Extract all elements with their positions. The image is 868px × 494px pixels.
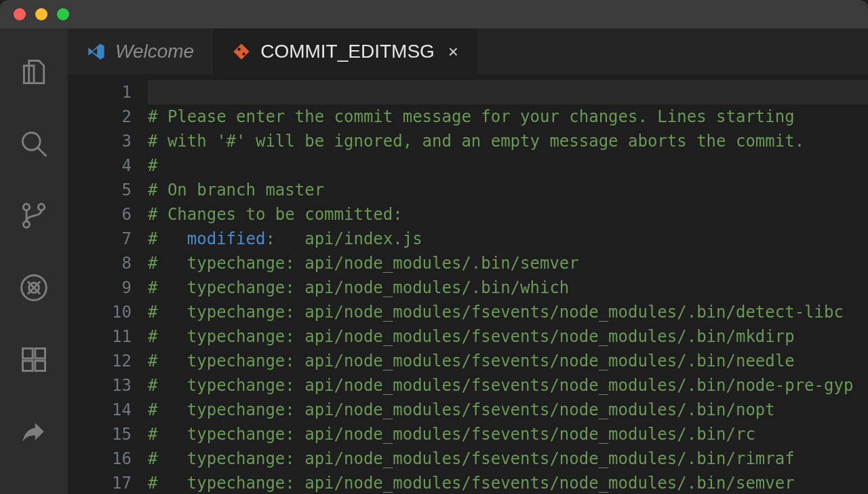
- close-tab-button[interactable]: ×: [448, 41, 458, 62]
- svg-point-3: [23, 221, 29, 227]
- line-number: 2: [68, 104, 148, 129]
- main-area: Welcome COMMIT_EDITMSG × 123456789101112…: [0, 28, 868, 494]
- line-number: 15: [68, 422, 148, 446]
- line-number: 14: [68, 398, 148, 422]
- code-line[interactable]: # typechange: api/node_modules/fsevents/…: [148, 398, 868, 422]
- line-number: 1: [68, 80, 148, 104]
- code-line[interactable]: # typechange: api/node_modules/fsevents/…: [148, 373, 868, 398]
- code-line[interactable]: # typechange: api/node_modules/fsevents/…: [148, 446, 868, 471]
- code-line[interactable]: # typechange: api/node_modules/fsevents/…: [148, 324, 868, 349]
- vscode-icon: [87, 42, 106, 61]
- code-content[interactable]: # Please enter the commit message for yo…: [148, 75, 868, 494]
- tab-label: Welcome: [115, 41, 194, 62]
- search-icon[interactable]: [19, 129, 49, 162]
- window-titlebar: [0, 0, 868, 28]
- explorer-icon[interactable]: [19, 57, 49, 90]
- line-number: 9: [68, 276, 148, 300]
- code-line[interactable]: # modified: api/index.js: [148, 227, 868, 251]
- code-line[interactable]: # typechange: api/node_modules/fsevents/…: [148, 300, 868, 324]
- activity-bar: [0, 28, 68, 494]
- code-line[interactable]: # typechange: api/node_modules/fsevents/…: [148, 422, 868, 446]
- line-number: 5: [68, 178, 148, 202]
- code-line[interactable]: [148, 80, 868, 104]
- code-line[interactable]: # typechange: api/node_modules/.bin/semv…: [148, 251, 868, 276]
- code-line[interactable]: #: [148, 153, 868, 178]
- line-number: 8: [68, 251, 148, 276]
- line-number: 17: [68, 471, 148, 494]
- traffic-lights: [0, 8, 69, 20]
- line-number: 16: [68, 446, 148, 471]
- share-icon[interactable]: [19, 417, 49, 449]
- source-control-icon[interactable]: [19, 201, 49, 233]
- editor-zone: Welcome COMMIT_EDITMSG × 123456789101112…: [68, 28, 868, 494]
- tab-label: COMMIT_EDITMSG: [260, 41, 435, 62]
- window-close-button[interactable]: [14, 8, 26, 20]
- window-minimize-button[interactable]: [35, 8, 47, 20]
- debug-icon[interactable]: [19, 273, 49, 305]
- line-number: 6: [68, 202, 148, 227]
- extensions-icon[interactable]: [19, 345, 49, 377]
- line-number: 4: [68, 153, 148, 178]
- line-number: 7: [68, 227, 148, 251]
- line-number: 13: [68, 373, 148, 398]
- line-number: 11: [68, 324, 148, 349]
- svg-line-1: [38, 148, 47, 157]
- svg-rect-7: [23, 349, 33, 359]
- window-zoom-button[interactable]: [57, 8, 69, 20]
- svg-point-4: [38, 204, 44, 210]
- code-line[interactable]: # typechange: api/node_modules/.bin/whic…: [148, 276, 868, 300]
- code-line[interactable]: # Changes to be committed:: [148, 202, 868, 227]
- code-line[interactable]: # typechange: api/node_modules/fsevents/…: [148, 471, 868, 494]
- code-line[interactable]: # Please enter the commit message for yo…: [148, 104, 868, 129]
- svg-point-2: [23, 204, 29, 210]
- svg-rect-9: [23, 361, 33, 371]
- svg-rect-8: [35, 349, 45, 359]
- code-line[interactable]: # On branch master: [148, 178, 868, 202]
- tab-commit-editmsg[interactable]: COMMIT_EDITMSG ×: [213, 28, 477, 75]
- svg-rect-10: [35, 361, 45, 371]
- line-number: 3: [68, 129, 148, 153]
- line-number: 10: [68, 300, 148, 324]
- editor-tabs: Welcome COMMIT_EDITMSG ×: [68, 28, 868, 75]
- line-number-gutter: 1234567891011121314151617: [68, 75, 148, 494]
- code-line[interactable]: # typechange: api/node_modules/fsevents/…: [148, 349, 868, 373]
- code-line[interactable]: # with '#' will be ignored, and an empty…: [148, 129, 868, 153]
- tab-welcome[interactable]: Welcome: [68, 28, 213, 75]
- svg-point-0: [23, 133, 41, 151]
- git-commit-icon: [232, 42, 251, 61]
- code-editor[interactable]: 1234567891011121314151617 # Please enter…: [68, 75, 868, 494]
- line-number: 12: [68, 349, 148, 373]
